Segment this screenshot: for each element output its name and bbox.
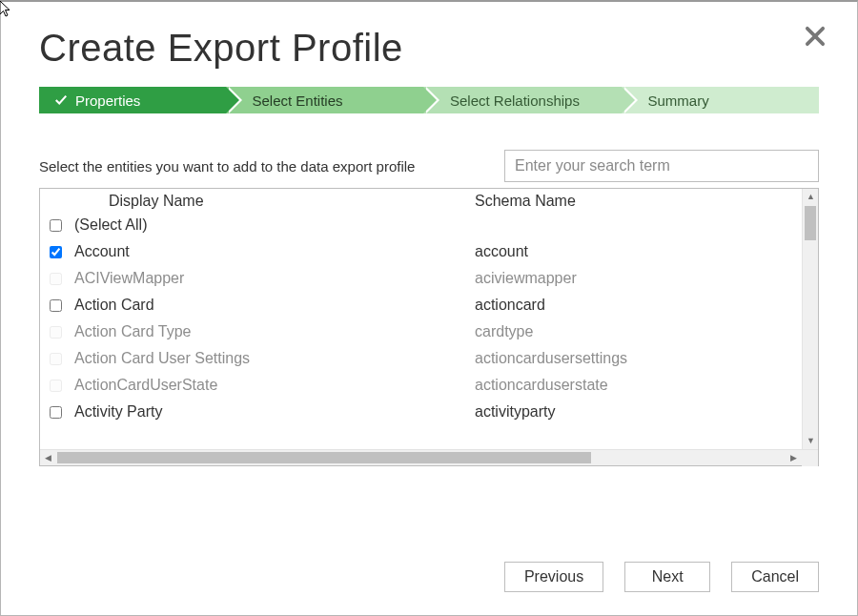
grid-header-row: Display Name Schema Name: [40, 189, 818, 212]
row-checkbox: [50, 273, 62, 285]
grid-row[interactable]: Action Card actioncard: [40, 292, 818, 318]
row-display-name: Action Card: [74, 294, 475, 317]
row-display-name: ACIViewMapper: [74, 267, 475, 290]
previous-button[interactable]: Previous: [504, 562, 603, 592]
row-schema-name: activityparty: [475, 400, 812, 423]
wizard-step-summary[interactable]: Summary: [622, 87, 820, 113]
row-schema-name: account: [475, 240, 812, 263]
grid-row: Action Card User Settings actioncarduser…: [40, 345, 818, 372]
grid-body: (Select All) Account account ACIViewMapp…: [40, 212, 818, 465]
chevron-right-icon: ▶: [790, 454, 797, 462]
row-display-name: Activity Party: [74, 400, 475, 423]
row-schema-name: actioncard: [475, 294, 812, 317]
row-checkbox: [50, 380, 62, 392]
row-display-name: ActionCardUserState: [74, 374, 475, 397]
row-schema-name: aciviewmapper: [475, 267, 812, 290]
header-schema-name[interactable]: Schema Name: [475, 193, 812, 210]
vertical-scroll-thumb[interactable]: [805, 206, 816, 240]
row-checkbox[interactable]: [50, 406, 62, 419]
scroll-right-button[interactable]: ▶: [786, 450, 802, 466]
row-schema-name: actioncarduserstate: [475, 374, 812, 397]
chevron-left-icon: ◀: [45, 454, 51, 462]
grid-row: Action Card Type cardtype: [40, 318, 818, 345]
cancel-button[interactable]: Cancel: [731, 562, 819, 592]
instruction-text: Select the entities you want to add to t…: [39, 158, 485, 175]
select-all-checkbox[interactable]: [50, 219, 62, 232]
chevron-down-icon: ▼: [807, 437, 815, 445]
close-button[interactable]: [802, 23, 828, 50]
grid-row-select-all[interactable]: (Select All): [40, 212, 818, 238]
row-display-name: Action Card Type: [74, 320, 475, 343]
chevron-up-icon: ▲: [807, 193, 815, 201]
wizard-steps: Properties Select Entities Select Relati…: [39, 87, 819, 113]
horizontal-scroll-thumb[interactable]: [57, 452, 591, 463]
dialog-window: Create Export Profile Properties Select …: [0, 0, 858, 616]
vertical-scrollbar[interactable]: ▲ ▼: [802, 189, 818, 449]
scrollbar-corner: [802, 450, 818, 466]
wizard-step-label: Select Entities: [253, 92, 343, 109]
row-checkbox[interactable]: [50, 299, 62, 312]
wizard-step-select-entities[interactable]: Select Entities: [226, 87, 424, 113]
entities-grid: Display Name Schema Name (Select All) Ac…: [39, 188, 819, 466]
header-display-name[interactable]: Display Name: [74, 193, 475, 210]
horizontal-scrollbar[interactable]: ◀ ▶: [40, 449, 818, 465]
grid-row[interactable]: Account account: [40, 238, 818, 265]
check-icon: [54, 93, 68, 107]
row-checkbox: [50, 326, 62, 339]
next-button[interactable]: Next: [624, 562, 710, 592]
wizard-step-select-relationships[interactable]: Select Relationships: [423, 87, 622, 113]
grid-row[interactable]: Activity Party activityparty: [40, 399, 818, 425]
row-display-name: Action Card User Settings: [74, 347, 475, 370]
close-icon: [802, 23, 828, 50]
grid-row: ACIViewMapper aciviewmapper: [40, 265, 818, 292]
row-schema-name: actioncardusersettings: [475, 347, 812, 370]
wizard-step-label: Summary: [648, 92, 709, 109]
wizard-step-label: Properties: [75, 92, 140, 109]
row-schema-name: cardtype: [475, 320, 812, 343]
scroll-down-button[interactable]: ▼: [803, 433, 819, 449]
row-checkbox[interactable]: [50, 246, 62, 258]
wizard-step-label: Select Relationships: [450, 92, 580, 109]
dialog-title: Create Export Profile: [39, 27, 819, 70]
scroll-up-button[interactable]: ▲: [803, 189, 819, 205]
search-input[interactable]: [504, 150, 819, 182]
dialog-footer: Previous Next Cancel: [1, 544, 857, 615]
grid-row: ActionCardUserState actioncarduserstate: [40, 372, 818, 399]
select-all-label: (Select All): [74, 214, 475, 236]
row-checkbox: [50, 353, 62, 365]
wizard-step-properties[interactable]: Properties: [39, 87, 226, 113]
row-display-name: Account: [74, 240, 475, 263]
scroll-left-button[interactable]: ◀: [40, 450, 56, 466]
